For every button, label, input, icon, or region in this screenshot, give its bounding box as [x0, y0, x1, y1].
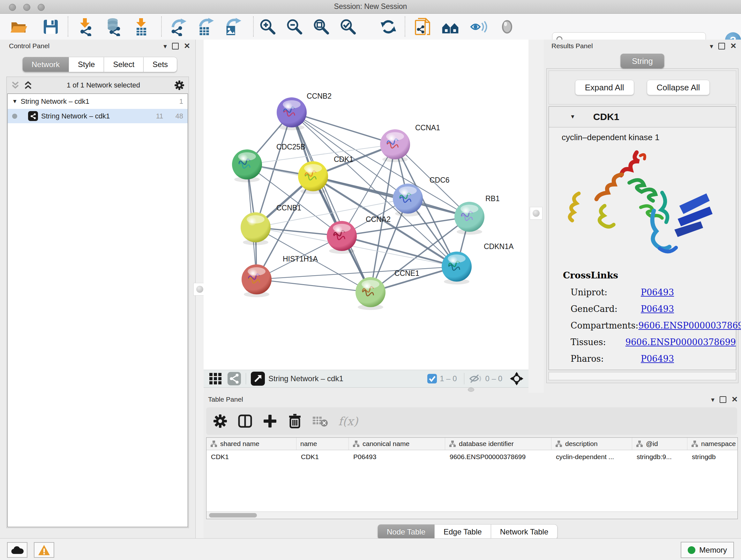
edge-CCNB2-CCNE1[interactable] [292, 112, 370, 292]
tab-select[interactable]: Select [104, 57, 144, 72]
crosslinks-section: CrossLinks Uniprot:P06493GeneCard:P06493… [549, 269, 736, 367]
table-horizontal-scrollbar[interactable] [206, 511, 738, 519]
table-gear-icon[interactable] [212, 414, 228, 429]
open-in-new-icon[interactable] [251, 371, 265, 386]
zoom-fit-button[interactable] [312, 17, 331, 36]
export-table-button[interactable] [196, 17, 214, 36]
table-row[interactable]: CDK1CDK1P064939606.ENSP00000378699cyclin… [206, 450, 738, 463]
houses-button[interactable] [441, 17, 460, 36]
cloud-button[interactable] [7, 542, 27, 558]
panel-close-icon[interactable]: ✕ [731, 395, 738, 403]
zoom-out-button[interactable] [285, 17, 304, 36]
table-cell[interactable]: CDK1 [206, 450, 296, 463]
section-collapse-icon[interactable]: ▼ [570, 114, 576, 120]
memory-button[interactable]: Memory [681, 542, 734, 558]
import-network-database-button[interactable] [104, 17, 123, 36]
tree-expand-icon[interactable]: ▼ [12, 98, 17, 105]
expand-collapse-bar: Expand All Collapse All [549, 71, 736, 105]
edge-CDKN1A-HIST1H1A[interactable] [257, 266, 457, 279]
table-cell[interactable]: P06493 [349, 450, 445, 463]
export-network-button[interactable] [169, 17, 187, 36]
edge-RB1-CCNA2[interactable] [342, 217, 469, 236]
gene-header-row[interactable]: ▼ CDK1 [549, 107, 736, 127]
results-scrollbar[interactable] [549, 372, 736, 380]
refresh-icon [380, 18, 397, 36]
right-splitter-handle[interactable] [530, 207, 542, 220]
clone-network-button[interactable] [414, 17, 432, 36]
column-header-description[interactable]: description [551, 438, 632, 450]
tab-network-table[interactable]: Network Table [491, 524, 558, 540]
crosslink-link[interactable]: P06493 [641, 354, 674, 364]
save-session-button[interactable] [42, 17, 60, 36]
tab-node-table[interactable]: Node Table [378, 524, 434, 540]
cytoscape-window: Session: New Session [0, 0, 741, 560]
table-cell[interactable]: 9606.ENSP00000378699 [445, 450, 551, 463]
network-current-dot-icon [12, 114, 17, 119]
bottom-splitter-handle[interactable] [468, 388, 474, 392]
panel-close-icon[interactable]: ✕ [184, 42, 190, 50]
tab-edge-table[interactable]: Edge Table [434, 524, 491, 540]
collapse-all-chevrons-icon[interactable] [10, 80, 20, 90]
crosslink-link[interactable]: P06493 [641, 304, 674, 314]
graphics-details-button[interactable] [469, 17, 488, 36]
import-network-file-button[interactable] [76, 17, 94, 36]
refresh-layout-button[interactable] [379, 17, 398, 36]
expand-all-button[interactable]: Expand All [575, 80, 634, 95]
column-header-canonical-name[interactable]: canonical name [349, 438, 445, 450]
show-columns-icon[interactable] [238, 414, 253, 429]
panel-float-icon[interactable] [172, 43, 179, 50]
tab-string[interactable]: String [620, 54, 664, 68]
panel-menu-chevron-icon[interactable]: ▾ [710, 43, 713, 50]
column-header-name[interactable]: name [296, 438, 349, 450]
toolbar-separator [405, 16, 405, 37]
edge-HIST1H1A-CCNE1[interactable] [257, 279, 370, 292]
network-row-selected[interactable]: String Network – cdk1 11 48 [8, 109, 188, 123]
column-header-@id[interactable]: @id [632, 438, 687, 450]
warning-button[interactable] [34, 542, 54, 558]
panel-menu-chevron-icon[interactable]: ▾ [163, 43, 167, 50]
string-share-icon[interactable] [227, 372, 241, 386]
zoom-selected-button[interactable] [339, 17, 357, 36]
navigator-icon[interactable] [509, 371, 524, 386]
open-session-button[interactable] [10, 17, 28, 36]
collection-count: 1 [179, 98, 183, 106]
column-header-database-identifier[interactable]: database identifier [445, 438, 551, 450]
edge-CCNB2-CCNA1[interactable] [292, 112, 395, 144]
eye-button[interactable] [498, 17, 516, 36]
function-builder-icon: f(x) [338, 415, 358, 428]
crosslink-link[interactable]: 9606.ENSP00000378699 [625, 337, 736, 347]
add-column-icon[interactable] [262, 414, 278, 429]
panel-float-icon[interactable] [720, 396, 726, 403]
string-network-icon [28, 111, 38, 121]
collapse-all-button[interactable]: Collapse All [647, 80, 710, 95]
crosslink-link[interactable]: 9606.ENSP00000378699 [638, 320, 741, 330]
table-cell[interactable]: stringdb:9... [632, 450, 687, 463]
zoom-in-button[interactable] [259, 17, 277, 36]
scrollbar-thumb[interactable] [209, 513, 257, 517]
toolbar-separator [464, 373, 464, 384]
crosslink-link[interactable]: P06493 [641, 287, 674, 297]
panel-menu-chevron-icon[interactable]: ▾ [711, 396, 715, 403]
tab-network[interactable]: Network [22, 57, 69, 72]
hidden-eye-icon[interactable] [469, 373, 483, 384]
column-header-shared-name[interactable]: shared name [206, 438, 296, 450]
birdseye-grid-icon[interactable] [209, 372, 223, 386]
edge-CCNA1-CDC25B[interactable] [247, 144, 395, 165]
selected-checkbox-icon[interactable] [427, 374, 437, 384]
import-table-button[interactable] [132, 17, 151, 36]
edge-CCNA2-CDKN1A[interactable] [342, 236, 457, 266]
tab-sets[interactable]: Sets [144, 57, 177, 72]
column-header-namespace[interactable]: namespace [687, 438, 738, 450]
table-cell[interactable]: CDK1 [296, 450, 349, 463]
panel-float-icon[interactable] [718, 43, 725, 50]
gear-icon[interactable] [174, 80, 185, 91]
network-collection-row[interactable]: ▼ String Network – cdk1 1 [8, 94, 188, 109]
delete-column-icon[interactable] [287, 414, 302, 429]
tab-style[interactable]: Style [69, 57, 104, 72]
panel-close-icon[interactable]: ✕ [730, 42, 737, 50]
table-cell[interactable]: stringdb [687, 450, 738, 463]
export-image-button[interactable] [223, 17, 241, 36]
expand-all-chevrons-icon[interactable] [23, 80, 33, 90]
table-cell[interactable]: cyclin-dependent ... [551, 450, 632, 463]
network-canvas[interactable]: CCNB2CCNA1CDC25BCDK1CDC6RB1CCNB1CCNA2CDK… [204, 40, 529, 370]
